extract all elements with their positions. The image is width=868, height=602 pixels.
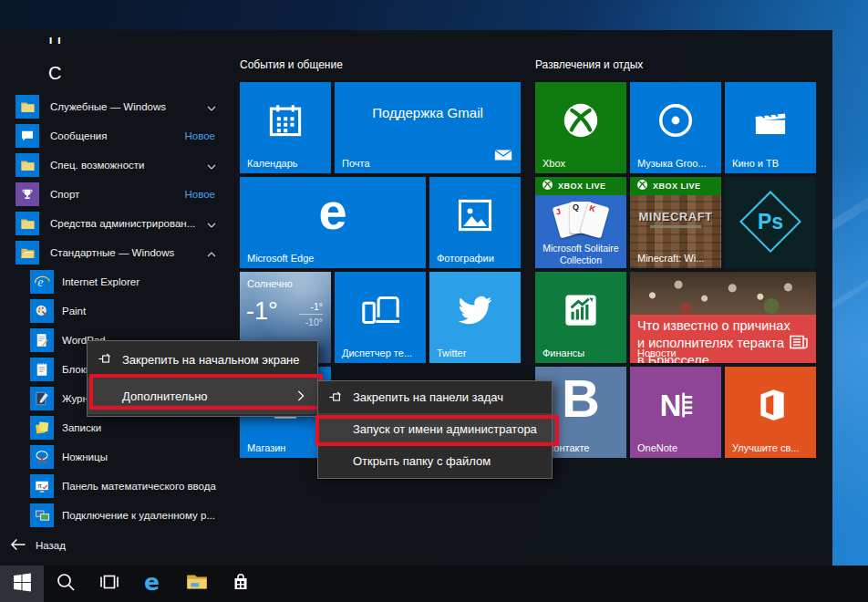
sidebar-item-messaging[interactable]: СообщенияНовое bbox=[0, 121, 230, 150]
photoshop-logo: Ps bbox=[758, 210, 783, 234]
tile-label: Музыка Groo... bbox=[637, 158, 707, 169]
sidebar-item-remote-desktop[interactable]: Подключение к удаленному р... bbox=[0, 501, 230, 530]
folder-icon bbox=[16, 212, 39, 235]
xbox-ball-icon bbox=[542, 178, 553, 194]
file-explorer-button[interactable] bbox=[175, 566, 219, 602]
start-menu: П С Служебные — WindowsСообщенияНовоеСпе… bbox=[0, 30, 832, 566]
tile-label: Финансы bbox=[542, 348, 584, 358]
sidebar-item-windows-system[interactable]: Служебные — Windows bbox=[0, 92, 230, 121]
tile-live-text: Поддержка Gmail bbox=[335, 105, 521, 120]
tile-label: Фотографии bbox=[437, 253, 494, 264]
tile-label: Диспетчер те... bbox=[342, 348, 412, 358]
search-button[interactable] bbox=[44, 566, 88, 602]
tile-groove-music[interactable]: Музыка Groo... bbox=[630, 82, 721, 173]
context-submenu: Закрепить на панели задач Запуск от имен… bbox=[317, 380, 553, 479]
tile-calendar[interactable]: Календарь bbox=[240, 82, 331, 173]
office-icon bbox=[725, 367, 816, 443]
tile-minecraft[interactable]: XBOX LIVEMINECRAFTMinecraft: Wi... bbox=[630, 177, 721, 268]
tile-label: Почта bbox=[342, 158, 370, 169]
chevron-right-icon bbox=[294, 389, 308, 403]
sidebar-item-admin-tools[interactable]: Средства администрирован... bbox=[0, 209, 230, 238]
new-badge: Новое bbox=[185, 130, 215, 141]
alphabet-letter-clipped[interactable]: П bbox=[48, 37, 61, 49]
folder-icon bbox=[16, 95, 39, 119]
chevron-up-icon bbox=[206, 247, 217, 258]
onenote-icon: N bbox=[630, 367, 721, 443]
calendar-icon bbox=[240, 82, 331, 159]
store-button[interactable] bbox=[219, 566, 263, 602]
notepad-icon bbox=[30, 358, 54, 381]
tile-label: Xbox bbox=[542, 158, 565, 169]
app-label: Ножницы bbox=[62, 452, 108, 462]
tile-onenote[interactable]: NOneNote bbox=[630, 367, 721, 458]
svg-text:N: N bbox=[660, 389, 682, 422]
tile-photos[interactable]: Фотографии bbox=[429, 177, 521, 268]
tile-xbox[interactable]: Xbox bbox=[535, 82, 626, 173]
tile-solitaire[interactable]: XBOX LIVEJQKMicrosoft Solitaire Collecti… bbox=[535, 177, 626, 268]
tile-twitter[interactable]: Twitter bbox=[429, 272, 521, 363]
tile-news[interactable]: Что известно о причинах и исполнителях т… bbox=[630, 272, 816, 363]
app-label: Панель математического ввода bbox=[62, 481, 216, 492]
tile-label: Новости bbox=[637, 348, 677, 358]
menu-item-label: Открыть папку с файлом bbox=[353, 454, 491, 468]
sidebar-item-internet-explorer[interactable]: eInternet Explorer bbox=[0, 267, 230, 296]
group-title: Развлечения и отдых bbox=[535, 58, 643, 82]
folder-open-icon bbox=[16, 241, 39, 265]
edge-button[interactable]: e bbox=[131, 566, 175, 602]
sidebar-item-ease-of-access[interactable]: Спец. возможности bbox=[0, 150, 230, 180]
messaging-icon bbox=[16, 124, 39, 148]
menu-item-run-as-admin[interactable]: Запуск от имени администратора bbox=[318, 413, 552, 445]
snipping-tool-icon bbox=[30, 445, 54, 469]
minecraft-logo: MINECRAFT bbox=[630, 210, 721, 223]
app-label: Служебные — Windows bbox=[50, 101, 166, 112]
weather-condition: Солнечно bbox=[247, 278, 293, 289]
sidebar-item-sports[interactable]: СпортНовое bbox=[0, 180, 230, 209]
context-menu: Закрепить на начальном экране Дополнител… bbox=[87, 340, 318, 417]
tile-mail[interactable]: Поддержка GmailПочта bbox=[335, 82, 521, 173]
tile-phone-companion[interactable]: Диспетчер те... bbox=[335, 272, 426, 363]
weather-low: -10° bbox=[299, 317, 323, 327]
menu-item-open-file-location[interactable]: Открыть папку с файлом bbox=[318, 445, 552, 477]
sidebar-item-paint[interactable]: Paint bbox=[0, 296, 230, 326]
xbox-live-label: XBOX LIVE bbox=[558, 182, 606, 191]
ie-icon: e bbox=[30, 270, 54, 294]
folder-icon bbox=[16, 153, 39, 177]
sidebar-item-math-input[interactable]: πПанель математического ввода bbox=[0, 472, 230, 501]
tile-movies-tv[interactable]: Кино и ТВ bbox=[725, 82, 816, 173]
edge-taskbar-icon: e bbox=[140, 569, 166, 598]
groove-icon bbox=[630, 82, 721, 159]
menu-item-pin-to-taskbar[interactable]: Закрепить на панели задач bbox=[318, 381, 552, 413]
file-explorer-icon bbox=[185, 570, 209, 597]
back-button[interactable]: Назад bbox=[9, 535, 66, 556]
menu-item-pin-to-start[interactable]: Закрепить на начальном экране bbox=[88, 341, 317, 378]
math-input-icon: π bbox=[30, 474, 54, 498]
news-photo bbox=[630, 272, 816, 315]
tile-label: OneNote bbox=[637, 442, 677, 453]
tile-finance[interactable]: Финансы bbox=[535, 272, 626, 363]
tile-edge[interactable]: eMicrosoft Edge bbox=[240, 177, 426, 268]
xbox-icon bbox=[535, 82, 626, 159]
sticky-notes-icon bbox=[30, 416, 54, 440]
card-rank: K bbox=[588, 203, 596, 213]
start-button[interactable] bbox=[0, 566, 44, 602]
sidebar-item-sticky-notes[interactable]: Записки bbox=[0, 413, 230, 442]
pin-icon bbox=[98, 351, 114, 368]
tile-office[interactable]: Улучшите св... bbox=[725, 367, 816, 458]
svg-text:e: e bbox=[144, 569, 160, 595]
task-view-button[interactable] bbox=[88, 566, 131, 602]
sidebar-item-snipping-tool[interactable]: Ножницы bbox=[0, 442, 230, 472]
menu-item-label: Запуск от имени администратора bbox=[353, 422, 537, 436]
tile-photoshop-express[interactable]: Ps bbox=[725, 177, 816, 268]
tile-label: Кино и ТВ bbox=[732, 158, 779, 169]
alphabet-letter[interactable]: С bbox=[48, 63, 61, 84]
journal-icon bbox=[30, 387, 54, 410]
app-label: Спорт bbox=[50, 189, 79, 200]
edge-logo-icon: e bbox=[318, 186, 346, 244]
chevron-down-icon bbox=[206, 101, 217, 112]
menu-item-label: Закрепить на панели задач bbox=[353, 390, 503, 404]
menu-item-more[interactable]: Дополнительно bbox=[88, 378, 317, 414]
card-rank: J bbox=[555, 207, 563, 217]
sidebar-item-accessories[interactable]: Стандартные — Windows bbox=[0, 238, 230, 267]
tile-label: Улучшите св... bbox=[732, 442, 799, 453]
finance-icon bbox=[535, 272, 626, 348]
